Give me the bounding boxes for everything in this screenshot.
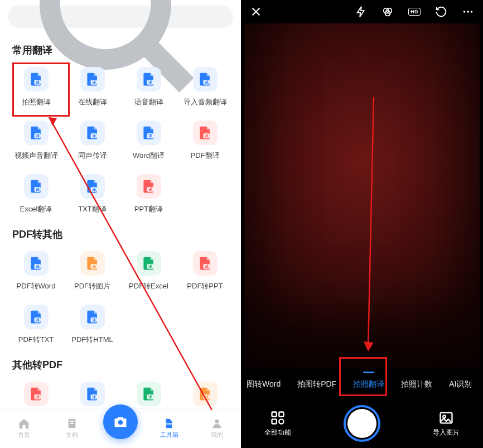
svg-text:译: 译 bbox=[204, 264, 209, 269]
svg-text:译: 译 bbox=[204, 80, 209, 85]
camera-viewfinder bbox=[244, 23, 480, 369]
camera-bottom-bar: 全部功能 导入图片 bbox=[241, 399, 483, 448]
tool-translate-6[interactable]: 译Word翻译 bbox=[120, 116, 177, 161]
flash-icon[interactable] bbox=[355, 6, 367, 18]
rotate-icon[interactable] bbox=[435, 6, 447, 18]
tool-topdf-1-icon: 译 bbox=[80, 382, 105, 406]
tool-translate-7[interactable]: 译PDF翻译 bbox=[177, 116, 233, 161]
all-functions-label: 全部功能 bbox=[264, 428, 291, 437]
svg-point-56 bbox=[463, 11, 466, 13]
tool-pdfto-3[interactable]: 译PDF转PPT bbox=[177, 247, 233, 291]
tool-translate-3[interactable]: 译导入音频翻译 bbox=[177, 62, 233, 107]
tool-pdfto-5[interactable]: 译PDF转HTML bbox=[64, 300, 120, 345]
search-bar[interactable] bbox=[8, 6, 233, 28]
tool-translate-5-icon: 译 bbox=[80, 121, 105, 145]
svg-text:译: 译 bbox=[91, 187, 96, 192]
camera-mode-2[interactable]: 拍照翻译 bbox=[353, 379, 384, 389]
all-functions-button[interactable]: 全部功能 bbox=[264, 410, 291, 437]
tool-translate-9-icon: 译 bbox=[80, 174, 105, 199]
nav-camera[interactable] bbox=[103, 404, 138, 439]
svg-text:译: 译 bbox=[35, 187, 40, 192]
camera-mode-0[interactable]: 图转Word bbox=[247, 379, 281, 389]
tool-translate-10-icon: 译 bbox=[137, 174, 161, 199]
tool-translate-10[interactable]: 译PPT翻译 bbox=[120, 170, 177, 214]
nav-doc[interactable]: 文档 bbox=[55, 417, 89, 439]
tool-translate-6-label: Word翻译 bbox=[133, 151, 165, 161]
tool-translate-5[interactable]: 译同声传译 bbox=[64, 116, 120, 161]
svg-text:译: 译 bbox=[147, 187, 152, 192]
camera-mode-1[interactable]: 拍图转PDF bbox=[297, 379, 336, 389]
svg-text:译: 译 bbox=[91, 80, 96, 85]
svg-point-47 bbox=[118, 420, 123, 425]
tool-translate-9-label: TXT翻译 bbox=[78, 204, 107, 214]
tool-translate-2-label: 语音翻译 bbox=[134, 97, 163, 107]
nav-home[interactable]: 首页 bbox=[7, 417, 41, 439]
tool-translate-8-icon: 译 bbox=[24, 174, 49, 199]
tool-pdfto-2[interactable]: 译PDF转Excel bbox=[120, 247, 177, 291]
nav-doc-label: 文档 bbox=[66, 431, 78, 439]
svg-point-62 bbox=[279, 419, 283, 423]
tool-topdf-0[interactable]: 译 bbox=[8, 377, 64, 412]
svg-rect-61 bbox=[272, 419, 277, 423]
import-image-button[interactable]: 导入图片 bbox=[433, 410, 460, 437]
more-icon[interactable] bbox=[462, 6, 474, 18]
section-title-translate: 常用翻译 bbox=[12, 44, 233, 57]
tool-pdfto-0[interactable]: 译PDF转Word bbox=[8, 247, 64, 291]
hd-icon[interactable]: HD bbox=[408, 8, 421, 16]
tool-translate-5-label: 同声传译 bbox=[78, 151, 107, 161]
tool-pdfto-4[interactable]: 译PDF转TXT bbox=[8, 300, 64, 345]
svg-rect-46 bbox=[70, 423, 74, 424]
tool-translate-9[interactable]: 译TXT翻译 bbox=[64, 170, 120, 214]
tool-pdfto-1-icon: 译 bbox=[80, 251, 105, 276]
tool-translate-8-label: Excel翻译 bbox=[20, 204, 52, 214]
nav-tools-label: 工具箱 bbox=[160, 431, 178, 439]
svg-text:译: 译 bbox=[35, 318, 40, 322]
shutter-inner bbox=[347, 409, 376, 438]
svg-rect-60 bbox=[279, 412, 283, 416]
camera-mode-strip[interactable]: 图转Word拍图转PDF拍照翻译拍照计数AI识别身 bbox=[241, 375, 483, 394]
tool-translate-0-label: 拍照翻译 bbox=[22, 97, 51, 107]
tool-topdf-3[interactable]: 译 bbox=[177, 377, 233, 412]
svg-text:译: 译 bbox=[204, 395, 209, 399]
tool-pdfto-2-label: PDF转Excel bbox=[129, 281, 168, 291]
camera-mode-3[interactable]: 拍照计数 bbox=[401, 379, 432, 389]
close-icon[interactable] bbox=[250, 6, 262, 18]
svg-text:译: 译 bbox=[35, 134, 40, 138]
svg-point-48 bbox=[215, 420, 219, 423]
tool-pdfto-4-label: PDF转TXT bbox=[18, 335, 54, 345]
tool-pdfto-5-icon: 译 bbox=[80, 305, 105, 329]
svg-text:译: 译 bbox=[91, 395, 96, 399]
tools-screen: 常用翻译 译拍照翻译译在线翻译译语音翻译译导入音频翻译译视频声音翻译译同声传译译… bbox=[0, 0, 241, 448]
tool-translate-1[interactable]: 译在线翻译 bbox=[64, 62, 120, 107]
tool-translate-10-label: PPT翻译 bbox=[134, 204, 163, 214]
tool-translate-2-icon: 译 bbox=[137, 67, 161, 91]
tool-topdf-0-icon: 译 bbox=[24, 382, 49, 406]
grid-pdfto: 译PDF转Word译PDF转图片译PDF转Excel译PDF转PPT译PDF转T… bbox=[8, 247, 233, 345]
tool-translate-2[interactable]: 译语音翻译 bbox=[120, 62, 177, 107]
svg-text:译: 译 bbox=[147, 264, 152, 269]
tool-scroll: 常用翻译 译拍照翻译译在线翻译译语音翻译译导入音频翻译译视频声音翻译译同声传译译… bbox=[0, 30, 241, 448]
nav-me[interactable]: 我的 bbox=[200, 417, 234, 439]
filter-icon[interactable] bbox=[381, 6, 394, 18]
tool-translate-8[interactable]: 译Excel翻译 bbox=[8, 170, 64, 214]
tool-pdfto-1[interactable]: 译PDF转图片 bbox=[64, 247, 120, 291]
section-title-pdfto: PDF转其他 bbox=[12, 228, 233, 241]
tool-topdf-3-icon: 译 bbox=[193, 382, 218, 406]
tool-translate-0[interactable]: 译拍照翻译 bbox=[8, 62, 64, 107]
svg-text:译: 译 bbox=[91, 264, 96, 269]
tool-pdfto-3-icon: 译 bbox=[193, 251, 218, 276]
tool-translate-0-icon: 译 bbox=[24, 67, 49, 91]
camera-mode-4[interactable]: AI识别 bbox=[449, 379, 472, 389]
tool-translate-4[interactable]: 译视频声音翻译 bbox=[8, 116, 64, 161]
camera-top-bar: HD bbox=[241, 0, 483, 23]
nav-tools[interactable]: 工具箱 bbox=[152, 417, 186, 439]
tool-translate-7-label: PDF翻译 bbox=[191, 151, 220, 161]
tool-translate-1-icon: 译 bbox=[80, 67, 105, 91]
tool-translate-6-icon: 译 bbox=[137, 121, 161, 145]
svg-rect-59 bbox=[272, 412, 277, 416]
shutter-button[interactable] bbox=[344, 405, 380, 442]
tool-translate-7-icon: 译 bbox=[193, 121, 218, 145]
svg-text:译: 译 bbox=[147, 134, 152, 138]
svg-rect-45 bbox=[70, 421, 74, 422]
tool-translate-4-label: 视频声音翻译 bbox=[15, 151, 58, 161]
